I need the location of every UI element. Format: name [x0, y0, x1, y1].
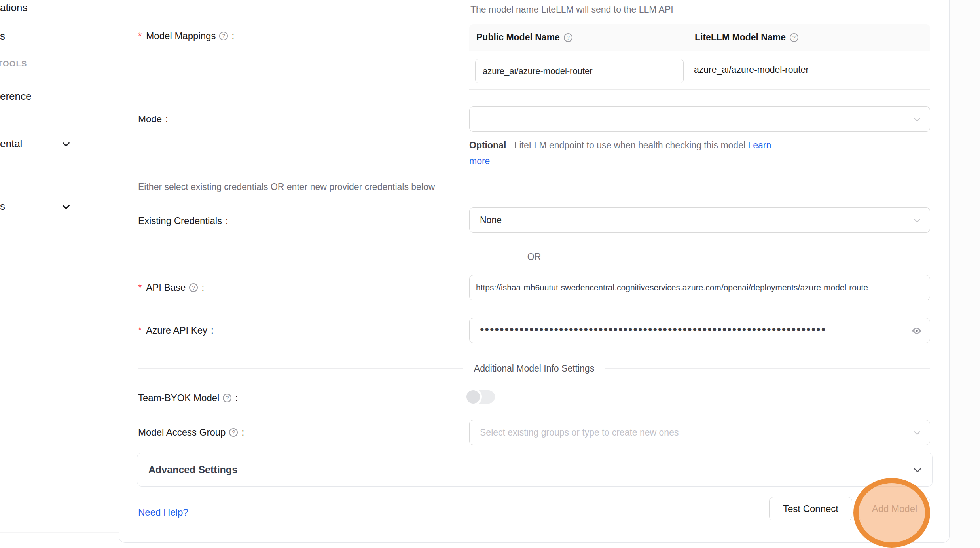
mode-label: Mode [138, 114, 168, 125]
model-mappings-label: * Model Mappings [138, 30, 234, 42]
need-help-link[interactable]: Need Help? [138, 507, 188, 518]
additional-settings-divider: Additional Model Info Settings [138, 360, 930, 376]
model-access-group-placeholder: Select existing groups or type to create… [480, 420, 679, 445]
team-byok-toggle[interactable] [466, 390, 495, 404]
existing-credentials-select[interactable]: None [469, 207, 930, 233]
public-model-name-input[interactable] [475, 59, 684, 83]
divider-line [552, 257, 930, 257]
chevron-down-icon [912, 216, 922, 225]
question-circle-icon[interactable] [564, 33, 572, 42]
label-colon [165, 114, 168, 125]
azure-api-key-input[interactable]: ••••••••••••••••••••••••••••••••••••••••… [469, 318, 930, 343]
mode-help-text: Optional - LiteLLM endpoint to use when … [469, 137, 790, 169]
mode-label-text: Mode [138, 114, 162, 125]
eye-icon[interactable] [911, 325, 923, 337]
existing-credentials-value: None [480, 208, 502, 232]
test-connect-button[interactable]: Test Connect [769, 497, 852, 520]
label-colon [226, 215, 228, 226]
sidebar: ations s TOOLS erence ental s [0, 0, 119, 548]
mode-help-body: - LiteLLM endpoint to use when health ch… [506, 140, 748, 150]
advanced-settings-title: Advanced Settings [148, 464, 237, 476]
mode-select[interactable] [469, 106, 930, 132]
existing-credentials-label-text: Existing Credentials [138, 215, 222, 226]
existing-credentials-label: Existing Credentials [138, 215, 228, 226]
or-divider: OR [138, 249, 930, 265]
team-byok-label: Team-BYOK Model [138, 393, 238, 404]
add-model-screen: ations s TOOLS erence ental s The model … [0, 0, 980, 548]
credentials-note: Either select existing credentials OR en… [138, 182, 435, 192]
model-access-group-select[interactable]: Select existing groups or type to create… [469, 420, 930, 445]
model-mappings-table: Public Model Name LiteLLM Model Name azu… [469, 24, 930, 90]
column-header-label: LiteLLM Model Name [695, 32, 786, 43]
required-asterisk: * [138, 325, 142, 336]
required-asterisk: * [138, 282, 142, 293]
sidebar-separator [0, 532, 119, 533]
add-model-button[interactable]: Add Model [859, 497, 930, 520]
sidebar-item-5[interactable]: s [0, 200, 5, 212]
chevron-down-icon [912, 115, 922, 124]
sidebar-item-4[interactable]: ental [0, 138, 22, 150]
api-base-label-text: API Base [146, 282, 186, 293]
question-circle-icon[interactable] [790, 33, 798, 42]
chevron-down-icon[interactable] [60, 138, 72, 150]
api-base-label: * API Base [138, 282, 204, 293]
page-background-right [950, 0, 980, 548]
label-colon [241, 427, 244, 438]
add-model-card: The model name LiteLLM will send to the … [119, 0, 950, 543]
model-access-group-label: Model Access Group [138, 427, 244, 438]
chevron-down-icon [912, 465, 923, 475]
sidebar-item-3[interactable]: erence [0, 90, 32, 102]
question-circle-icon[interactable] [219, 32, 228, 40]
sidebar-item-2[interactable]: s [0, 30, 5, 42]
question-circle-icon[interactable] [229, 428, 238, 437]
column-divider [686, 31, 686, 44]
column-header-label: Public Model Name [476, 32, 560, 43]
team-byok-label-text: Team-BYOK Model [138, 393, 219, 404]
azure-api-key-label-text: Azure API Key [146, 325, 207, 336]
advanced-settings-panel[interactable]: Advanced Settings [137, 453, 933, 487]
table-header-row: Public Model Name LiteLLM Model Name [469, 24, 930, 51]
api-base-value: https://ishaa-mh6uutut-swedencentral.cog… [476, 275, 927, 300]
or-divider-text: OR [527, 252, 541, 262]
label-colon [211, 325, 214, 336]
model-access-group-label-text: Model Access Group [138, 427, 226, 438]
litellm-model-name-value: azure_ai/azure-model-router [694, 64, 809, 75]
model-mappings-label-text: Model Mappings [146, 30, 216, 42]
sidebar-section-tools: TOOLS [0, 59, 27, 68]
divider-line [138, 368, 463, 369]
required-asterisk: * [138, 30, 142, 42]
chevron-down-icon [912, 428, 922, 438]
column-header-litellm-model-name: LiteLLM Model Name [686, 32, 798, 43]
question-circle-icon[interactable] [189, 283, 198, 292]
label-colon [231, 30, 234, 42]
column-header-public-model-name: Public Model Name [469, 32, 686, 43]
additional-settings-divider-text: Additional Model Info Settings [474, 363, 594, 374]
mode-help-bold: Optional [469, 140, 506, 150]
divider-line [605, 368, 930, 369]
divider-line [138, 257, 516, 257]
api-base-input[interactable]: https://ishaa-mh6uutut-swedencentral.cog… [469, 275, 930, 300]
question-circle-icon[interactable] [223, 394, 231, 402]
label-colon [235, 393, 238, 404]
azure-api-key-masked-value: ••••••••••••••••••••••••••••••••••••••••… [480, 318, 902, 341]
sidebar-item-1[interactable]: ations [0, 2, 27, 14]
azure-api-key-label: * Azure API Key [138, 325, 214, 336]
table-row: azure_ai/azure-model-router [469, 51, 930, 90]
toggle-knob [466, 390, 480, 404]
chevron-down-icon[interactable] [60, 201, 72, 213]
model-name-hint: The model name LiteLLM will send to the … [470, 4, 673, 15]
label-colon [201, 282, 204, 293]
